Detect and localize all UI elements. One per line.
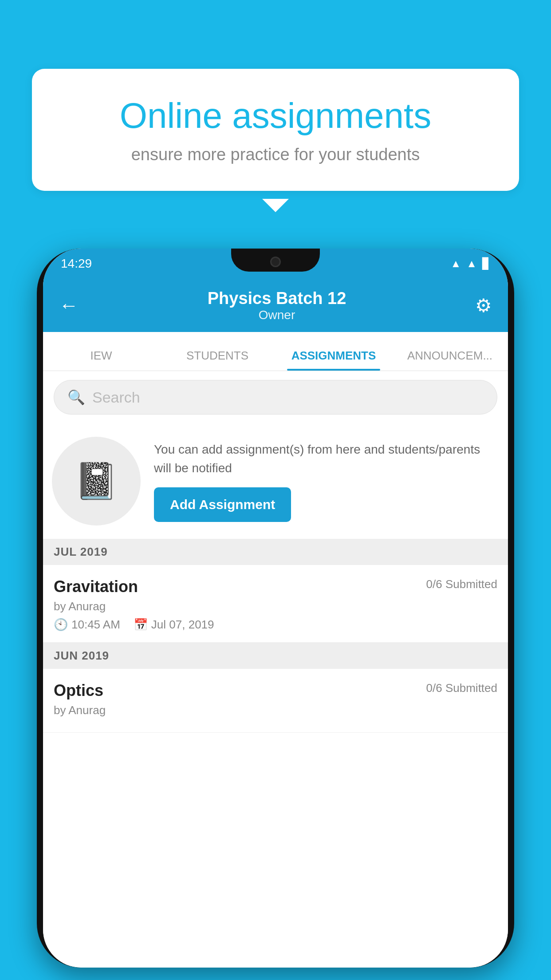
speech-bubble: Online assignments ensure more practice … xyxy=(32,69,519,191)
tab-announcements[interactable]: ANNOUNCEM... xyxy=(392,349,508,371)
assignment-row-top: Gravitation 0/6 Submitted xyxy=(54,577,497,596)
signal-icon: ▲ xyxy=(466,257,477,270)
back-button[interactable]: ← xyxy=(59,294,79,316)
tab-assignments[interactable]: ASSIGNMENTS xyxy=(276,349,392,371)
assignment-by-optics: by Anurag xyxy=(54,703,497,717)
section-jul-2019: JUL 2019 xyxy=(43,539,508,565)
search-bar[interactable]: 🔍 Search xyxy=(54,380,497,415)
camera xyxy=(270,257,281,267)
search-placeholder: Search xyxy=(92,389,140,406)
clock-icon: 🕙 xyxy=(54,618,68,632)
bubble-subtitle: ensure more practice for your students xyxy=(63,145,488,164)
assignment-submitted-optics: 0/6 Submitted xyxy=(426,681,497,695)
phone-screen: 14:29 ▲ ▲ ▊ ← Physics Batch 12 Owner ⚙ I… xyxy=(43,249,508,968)
assignment-by-gravitation: by Anurag xyxy=(54,600,497,613)
assignment-gravitation[interactable]: Gravitation 0/6 Submitted by Anurag 🕙 10… xyxy=(43,565,508,643)
assignment-row-top-optics: Optics 0/6 Submitted xyxy=(54,681,497,700)
app-header: ← Physics Batch 12 Owner ⚙ xyxy=(43,279,508,332)
promo-icon-circle: 📓 xyxy=(52,437,141,526)
content-area: 🔍 Search 📓 You can add assignment(s) fro… xyxy=(43,371,508,968)
header-title: Physics Batch 12 xyxy=(208,289,346,308)
assignment-optics[interactable]: Optics 0/6 Submitted by Anurag xyxy=(43,669,508,733)
bubble-title: Online assignments xyxy=(63,95,488,136)
notebook-icon: 📓 xyxy=(74,460,118,502)
tab-iew[interactable]: IEW xyxy=(43,349,159,371)
search-icon: 🔍 xyxy=(67,389,85,406)
promo-content: You can add assignment(s) from here and … xyxy=(154,440,497,522)
assignment-time-gravitation: 🕙 10:45 AM xyxy=(54,618,120,632)
wifi-icon: ▲ xyxy=(450,257,461,270)
status-icons: ▲ ▲ ▊ xyxy=(450,257,490,270)
phone-frame: 14:29 ▲ ▲ ▊ ← Physics Batch 12 Owner ⚙ I… xyxy=(37,249,514,968)
assignment-name-gravitation: Gravitation xyxy=(54,577,138,596)
section-jun-2019: JUN 2019 xyxy=(43,643,508,669)
header-title-block: Physics Batch 12 Owner xyxy=(208,289,346,322)
settings-icon[interactable]: ⚙ xyxy=(475,295,492,316)
status-time: 14:29 xyxy=(61,257,92,271)
promo-text: You can add assignment(s) from here and … xyxy=(154,440,497,478)
speech-bubble-container: Online assignments ensure more practice … xyxy=(32,69,519,191)
battery-icon: ▊ xyxy=(482,257,490,270)
header-subtitle: Owner xyxy=(208,308,346,322)
assignment-details-gravitation: 🕙 10:45 AM 📅 Jul 07, 2019 xyxy=(54,618,497,632)
add-assignment-button[interactable]: Add Assignment xyxy=(154,487,291,522)
assignment-submitted-gravitation: 0/6 Submitted xyxy=(426,577,497,591)
assignment-name-optics: Optics xyxy=(54,681,103,700)
tabs-bar: IEW STUDENTS ASSIGNMENTS ANNOUNCEM... xyxy=(43,332,508,371)
assignment-date-gravitation: 📅 Jul 07, 2019 xyxy=(134,618,214,632)
phone-notch xyxy=(231,249,320,272)
calendar-icon: 📅 xyxy=(134,618,148,632)
tab-students[interactable]: STUDENTS xyxy=(159,349,276,371)
promo-section: 📓 You can add assignment(s) from here an… xyxy=(43,423,508,539)
